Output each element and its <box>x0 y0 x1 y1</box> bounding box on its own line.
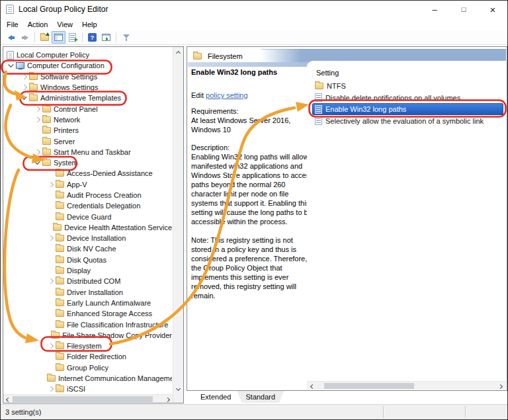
status-text: 3 setting(s) <box>5 408 41 416</box>
chevron-right-icon[interactable] <box>47 384 56 394</box>
tree-item-file-classification-infrastructure[interactable]: File Classification Infrastructure <box>4 319 172 329</box>
tab-standard[interactable]: Standard <box>237 391 284 403</box>
view-tabs: Extended Standard <box>187 391 507 403</box>
tree-item-driver-installation[interactable]: Driver Installation <box>4 287 172 298</box>
tree-item-access-denied-assistance[interactable]: Access-Denied Assistance <box>4 168 172 179</box>
tree-item-system[interactable]: System <box>4 157 172 168</box>
requirements-block: Requirements: At least Windows Server 20… <box>191 106 314 134</box>
tree-item-display[interactable]: Display <box>4 265 172 276</box>
folder-icon <box>56 300 64 306</box>
close-button[interactable]: × <box>478 1 507 18</box>
help-icon[interactable]: ? <box>85 31 99 44</box>
tree-item-device-installation[interactable]: Device Installation <box>4 233 172 243</box>
minimize-button[interactable]: – <box>420 1 449 18</box>
tree-item-label: Group Policy <box>67 364 108 372</box>
chevron-spacer <box>47 243 56 254</box>
tree-item-device-health-attestation-service[interactable]: Device Health Attestation Service <box>4 222 172 233</box>
forward-arrow-icon[interactable] <box>18 31 32 44</box>
tree-item-credentials-delegation[interactable]: Credentials Delegation <box>4 200 172 211</box>
tree-item-folder-redirection[interactable]: Folder Redirection <box>4 351 172 362</box>
chevron-right-icon[interactable] <box>47 341 56 351</box>
scrollbar-thumb[interactable] <box>324 383 414 389</box>
show-console-tree-toggle-icon[interactable] <box>52 31 65 44</box>
chevron-down-icon[interactable] <box>7 60 16 71</box>
setting-description-panel: Enable Win32 long paths Edit policy sett… <box>191 67 314 310</box>
menu-action[interactable]: Action <box>23 21 53 28</box>
tree-item-filesystem[interactable]: Filesystem <box>4 341 172 351</box>
tree-item-computer-configuration[interactable]: Computer Configuration <box>4 60 172 71</box>
tree-item-network[interactable]: Network <box>4 114 172 125</box>
policy-icon <box>315 93 322 102</box>
chevron-spacer <box>47 168 56 179</box>
menu-view[interactable]: View <box>52 21 77 28</box>
chevron-spacer <box>47 190 56 200</box>
tree-item-label: Distributed COM <box>67 277 120 285</box>
tree-item-device-guard[interactable]: Device Guard <box>4 211 172 222</box>
tree-item-windows-settings[interactable]: Windows Settings <box>4 82 172 93</box>
setting-row-disable-delete-notifications-on-all-volumes[interactable]: Disable delete notifications on all volu… <box>307 92 506 104</box>
chevron-down-icon[interactable] <box>21 93 29 103</box>
tree-item-label: File Classification Infrastructure <box>67 321 168 329</box>
tree-item-early-launch-antimalware[interactable]: Early Launch Antimalware <box>4 298 172 308</box>
export-list-icon[interactable] <box>65 31 79 44</box>
setting-label: NTFS <box>327 82 346 90</box>
tree-horizontal-scrollbar[interactable] <box>3 394 173 403</box>
tab-extended[interactable]: Extended <box>192 391 239 403</box>
tree-item-disk-nv-cache[interactable]: Disk NV Cache <box>4 243 172 254</box>
chevron-right-icon[interactable] <box>21 82 29 93</box>
tree-item-group-policy[interactable]: Group Policy <box>4 362 172 373</box>
scroll-left-icon[interactable] <box>4 395 13 403</box>
requirements-text: At least Windows Server 2016, Windows 10 <box>191 116 314 134</box>
chevron-right-icon[interactable] <box>34 114 42 125</box>
chevron-right-icon[interactable] <box>47 179 56 190</box>
scroll-down-icon[interactable] <box>174 385 183 394</box>
filter-icon[interactable] <box>119 31 133 44</box>
tree-item-control-panel[interactable]: Control Panel <box>4 103 172 114</box>
scrollbar-thumb[interactable] <box>13 396 153 402</box>
tree-item-app-v[interactable]: App-V <box>4 179 172 190</box>
tree-item-local-computer-policy[interactable]: Local Computer Policy <box>4 50 172 60</box>
setting-column-header[interactable]: Setting <box>316 69 339 77</box>
menu-help[interactable]: Help <box>77 21 102 28</box>
scroll-right-icon[interactable] <box>163 395 172 403</box>
chevron-down-icon[interactable] <box>34 157 42 168</box>
tree-item-iscsi[interactable]: iSCSI <box>4 384 172 394</box>
setting-row-ntfs[interactable]: NTFS <box>307 80 506 92</box>
toolbar-separator <box>34 32 35 42</box>
description-paragraph: Enabling Win32 long paths will allow man… <box>191 152 314 226</box>
chevron-right-icon[interactable] <box>21 71 29 82</box>
tree-item-internet-communication-management[interactable]: Internet Communication Management <box>4 373 172 384</box>
tree-vertical-scrollbar[interactable] <box>173 47 183 403</box>
tree-item-administrative-templates[interactable]: Administrative Templates <box>4 93 172 103</box>
setting-row-enable-win32-long-paths[interactable]: Enable Win32 long paths <box>307 103 506 115</box>
tree-item-printers[interactable]: Printers <box>4 125 172 136</box>
setting-row-selectively-allow-the-evaluation-of-a-symbolic-link[interactable]: Selectively allow the evaluation of a sy… <box>307 115 506 127</box>
settings-horizontal-scrollbar[interactable] <box>307 381 506 390</box>
tree-item-server[interactable]: Server <box>4 136 172 146</box>
show-action-pane-icon[interactable] <box>99 31 113 44</box>
tree-item-distributed-com[interactable]: Distributed COM <box>4 276 172 286</box>
tree-item-start-menu-and-taskbar[interactable]: Start Menu and Taskbar <box>4 147 172 157</box>
chevron-spacer <box>34 136 42 147</box>
up-one-level-folder-icon[interactable] <box>38 31 52 44</box>
tree-item-disk-quotas[interactable]: Disk Quotas <box>4 255 172 265</box>
policy-setting-link[interactable]: policy setting <box>206 91 248 99</box>
tree-item-audit-process-creation[interactable]: Audit Process Creation <box>4 190 172 200</box>
tree-item-enhanced-storage-access[interactable]: Enhanced Storage Access <box>4 308 172 319</box>
tree-item-file-share-shadow-copy-provider[interactable]: File Share Shadow Copy Provider <box>4 330 172 341</box>
chevron-right-icon[interactable] <box>47 233 56 243</box>
chevron-right-icon[interactable] <box>34 104 42 114</box>
tree-item-label: Driver Installation <box>67 288 123 296</box>
folder-icon <box>56 278 64 284</box>
scroll-right-icon[interactable] <box>496 382 505 390</box>
tree-item-software-settings[interactable]: Software Settings <box>4 71 172 82</box>
scroll-left-icon[interactable] <box>308 382 317 390</box>
chevron-spacer <box>47 212 56 222</box>
menu-file[interactable]: File <box>2 21 23 28</box>
scroll-up-icon[interactable] <box>174 48 183 56</box>
chevron-right-icon[interactable] <box>34 147 42 157</box>
chevron-right-icon[interactable] <box>47 276 56 286</box>
folder-icon <box>42 149 51 155</box>
back-arrow-icon[interactable] <box>4 31 18 44</box>
maximize-button[interactable]: □ <box>449 1 478 18</box>
